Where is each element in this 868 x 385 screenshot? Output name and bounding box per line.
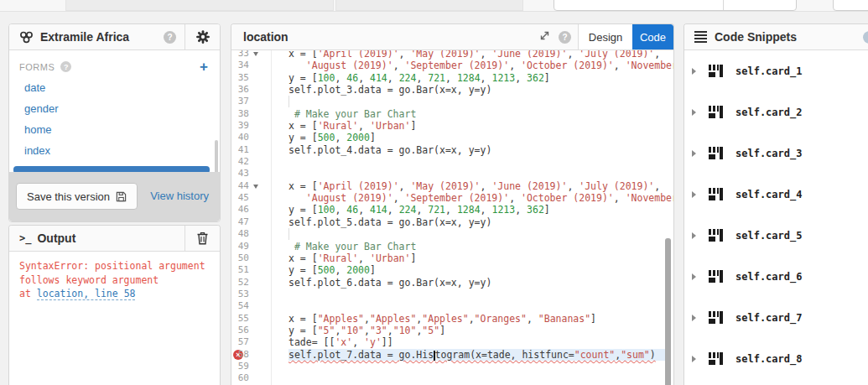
browser-tab-right[interactable] xyxy=(335,0,523,11)
code-line-55[interactable]: 55x = ["Apples","Apples","Apples","Orang… xyxy=(231,313,673,325)
snippet-row-self-card_8[interactable]: self.card_8 xyxy=(684,338,868,379)
settings-cell[interactable] xyxy=(185,24,220,49)
code-line-59[interactable]: 59 xyxy=(231,361,673,372)
expand-caret-icon[interactable] xyxy=(692,273,696,280)
code-text: x = ['Rural', 'Urban'] xyxy=(271,120,416,132)
line-number: 33 xyxy=(231,50,249,60)
code-text: y = ["5","10","3","10","5"] xyxy=(271,325,445,336)
code-line-39[interactable]: 39x = ['Rural', 'Urban'] xyxy=(231,120,673,132)
code-line-40[interactable]: 40y = [500, 2000] xyxy=(231,132,673,143)
code-line-50[interactable]: 50x = ['Rural', 'Urban'] xyxy=(231,252,673,264)
sidebar-item-gender[interactable]: gender xyxy=(9,98,220,119)
form-name-title: location xyxy=(243,30,539,44)
expand-caret-icon[interactable] xyxy=(692,232,696,239)
code-editor[interactable]: 33x = ['April (2019)', 'May (2019)', 'Ju… xyxy=(231,50,673,385)
code-line-58[interactable]: ×58self.plot_7.data = go.Histogram(x=tad… xyxy=(231,349,673,361)
code-text xyxy=(271,156,288,168)
code-line-52[interactable]: 52self.plot_6.data = go.Bar(x=x, y=y) xyxy=(231,277,673,289)
help-icon[interactable]: ? xyxy=(164,31,176,44)
editor-scrollbar[interactable] xyxy=(665,238,671,385)
snippet-row-self-card_7[interactable]: self.card_7 xyxy=(684,297,868,338)
code-line-34[interactable]: 34 'August (2019)', 'September (2019)', … xyxy=(231,60,673,71)
error-line-3: at location, line 58 xyxy=(19,287,210,301)
tab-code[interactable]: Code xyxy=(632,24,673,49)
code-line-45[interactable]: 45 'August (2019)', 'September (2019)', … xyxy=(231,192,673,204)
top-search-box[interactable] xyxy=(554,0,797,11)
code-line-57[interactable]: 57tade= [['x', 'y']] xyxy=(231,336,673,348)
expand-caret-icon[interactable] xyxy=(692,109,696,116)
code-line-35[interactable]: 35y = [100, 46, 414, 224, 721, 1284, 121… xyxy=(231,72,673,84)
code-line-53[interactable]: 53 xyxy=(231,289,673,300)
code-line-49[interactable]: 49 # Make your Bar Chart xyxy=(231,241,673,252)
code-line-38[interactable]: 38 # Make your Bar Chart xyxy=(231,108,673,120)
expand-caret-icon[interactable] xyxy=(692,150,696,157)
sidebar-item-index[interactable]: index xyxy=(9,140,220,161)
editor-panel: location ? Design Code 33x = ['April (20… xyxy=(231,23,674,385)
snippet-row-self-card_1[interactable]: self.card_1 xyxy=(684,50,868,91)
code-text: self.plot_6.data = go.Bar(x=x, y=y) xyxy=(271,277,491,289)
editor-help-icon[interactable]: ? xyxy=(559,31,571,44)
code-text xyxy=(271,300,288,312)
snippet-row-self-card_6[interactable]: self.card_6 xyxy=(684,256,868,297)
code-line-46[interactable]: 46y = [100, 46, 414, 224, 721, 1284, 121… xyxy=(231,204,673,216)
code-line-37[interactable]: 37 xyxy=(231,96,673,107)
code-line-56[interactable]: 56y = ["5","10","3","10","5"] xyxy=(231,325,673,336)
expand-icon[interactable] xyxy=(539,29,550,44)
code-text: tade= [['x', 'y']] xyxy=(271,336,393,348)
line-gutter: 53 xyxy=(231,289,271,300)
code-line-43[interactable]: 43 xyxy=(231,168,673,179)
indent-guide xyxy=(288,228,289,240)
code-line-48[interactable]: 48 xyxy=(231,228,673,240)
line-gutter: 33 xyxy=(231,50,271,60)
line-gutter: 43 xyxy=(231,168,271,179)
expand-caret-icon[interactable] xyxy=(692,356,696,362)
tab-design[interactable]: Design xyxy=(578,24,632,49)
output-panel: >_ Output SyntaxError: positional argume… xyxy=(8,225,221,385)
code-line-44[interactable]: 44x = ['April (2019)', 'May (2019)', 'Ju… xyxy=(231,180,673,192)
add-form-button[interactable]: + xyxy=(200,61,208,72)
code-line-47[interactable]: 47self.plot_5.data = go.Bar(x=x, y=y) xyxy=(231,216,673,228)
line-number: 38 xyxy=(231,108,249,120)
editor-header: location ? Design Code xyxy=(231,24,673,50)
snippet-row-self-card_4[interactable]: self.card_4 xyxy=(684,174,868,215)
snippet-row-self-card_2[interactable]: self.card_2 xyxy=(684,91,868,133)
code-line-60[interactable]: 60 xyxy=(231,372,673,384)
line-gutter: 55 xyxy=(231,313,271,325)
line-number: 39 xyxy=(231,120,249,132)
code-line-51[interactable]: 51y = [500, 2000] xyxy=(231,264,673,276)
line-number: 37 xyxy=(231,96,249,107)
code-line-41[interactable]: 41self.plot_4.data = go.Bar(x=x, y=y) xyxy=(231,144,673,156)
terminal-prompt-icon: >_ xyxy=(19,232,31,244)
code-line-36[interactable]: 36self.plot_3.data = go.Bar(x=x, y=y) xyxy=(231,84,673,96)
forms-section-header: FORMS ? + xyxy=(9,50,220,77)
forms-help-icon[interactable]: ? xyxy=(60,61,71,72)
line-gutter: 48 xyxy=(231,228,271,240)
expand-caret-icon[interactable] xyxy=(692,315,696,321)
clear-output-cell[interactable] xyxy=(185,226,220,251)
snippet-row-self-card_5[interactable]: self.card_5 xyxy=(684,215,868,256)
line-number: 57 xyxy=(231,336,249,348)
snippet-row-self-card_3[interactable]: self.card_3 xyxy=(684,133,868,174)
expand-caret-icon[interactable] xyxy=(692,68,696,75)
browser-tab-left[interactable] xyxy=(65,0,334,11)
top-corner-box[interactable] xyxy=(833,0,868,11)
code-text: self.plot_7.data = go.Histogram(x=tade, … xyxy=(271,349,671,361)
output-body: SyntaxError: positional argument follows… xyxy=(9,252,220,309)
sidebar-item-date[interactable]: date xyxy=(9,77,220,98)
code-line-54[interactable]: 54 xyxy=(231,300,673,312)
line-number: 52 xyxy=(231,277,249,289)
view-history-link[interactable]: View history xyxy=(150,190,209,202)
fold-arrow-icon[interactable] xyxy=(253,185,258,189)
error-location-link[interactable]: location, line 58 xyxy=(37,288,136,300)
code-line-33[interactable]: 33x = ['April (2019)', 'May (2019)', 'Ju… xyxy=(231,50,673,60)
sidebar-item-home[interactable]: home xyxy=(9,119,220,140)
code-line-42[interactable]: 42 xyxy=(231,156,673,168)
top-search-box-divider xyxy=(723,0,724,10)
line-number: 44 xyxy=(231,180,249,192)
fold-arrow-icon[interactable] xyxy=(253,52,258,56)
app-browser-header: Extramile Africa ? xyxy=(9,24,220,50)
expand-caret-icon[interactable] xyxy=(692,191,696,198)
save-version-button[interactable]: Save this version xyxy=(16,183,138,210)
code-text: y = [100, 46, 414, 224, 721, 1284, 1213,… xyxy=(271,72,550,84)
snippets-help-icon[interactable] xyxy=(863,31,868,44)
